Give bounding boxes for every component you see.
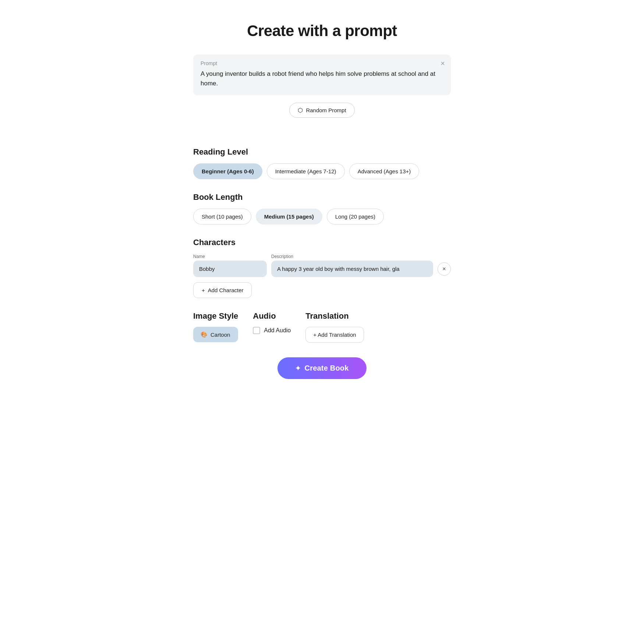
reading-level-title: Reading Level xyxy=(193,147,451,157)
random-prompt-button[interactable]: ⬡ Random Prompt xyxy=(289,103,354,118)
translation-col: Translation + Add Translation xyxy=(305,311,364,343)
book-length-options: Short (10 pages) Medium (15 pages) Long … xyxy=(193,209,451,224)
add-character-label: Add Character xyxy=(208,287,244,293)
audio-title: Audio xyxy=(253,311,291,321)
add-translation-button[interactable]: + Add Translation xyxy=(305,327,364,343)
character-desc-wrapper: Description xyxy=(271,254,433,277)
palette-icon: 🎨 xyxy=(201,331,208,338)
character-row: Name Description × xyxy=(193,254,451,277)
book-length-short[interactable]: Short (10 pages) xyxy=(193,209,251,224)
character-name-wrapper: Name xyxy=(193,254,267,277)
reading-level-beginner[interactable]: Beginner (Ages 0-6) xyxy=(193,163,262,179)
book-length-medium[interactable]: Medium (15 pages) xyxy=(256,209,322,224)
add-character-button[interactable]: + Add Character xyxy=(193,282,252,298)
prompt-text: A young inventor builds a robot friend w… xyxy=(201,69,443,88)
characters-section: Characters Name Description × + Add Char… xyxy=(193,238,451,298)
create-book-label: Create Book xyxy=(305,364,349,372)
add-character-plus: + xyxy=(202,287,205,293)
audio-checkbox[interactable] xyxy=(253,327,260,334)
image-style-cartoon-button[interactable]: 🎨 Cartoon xyxy=(193,327,238,342)
translation-title: Translation xyxy=(305,311,364,321)
main-container: Prompt A young inventor builds a robot f… xyxy=(193,54,451,379)
audio-col: Audio Add Audio xyxy=(253,311,291,334)
random-prompt-label: Random Prompt xyxy=(306,107,346,113)
prompt-box: Prompt A young inventor builds a robot f… xyxy=(193,54,451,95)
book-length-title: Book Length xyxy=(193,192,451,202)
character-desc-input[interactable] xyxy=(271,261,433,277)
book-length-long[interactable]: Long (20 pages) xyxy=(327,209,384,224)
create-book-button[interactable]: ✦ Create Book xyxy=(277,357,366,379)
bottom-options: Image Style 🎨 Cartoon Audio Add Audio Tr… xyxy=(193,311,451,343)
reading-level-intermediate[interactable]: Intermediate (Ages 7-12) xyxy=(267,163,345,179)
reading-level-options: Beginner (Ages 0-6) Intermediate (Ages 7… xyxy=(193,163,451,179)
character-remove-button[interactable]: × xyxy=(438,262,451,276)
page-title: Create with a prompt xyxy=(247,22,397,40)
dice-icon: ⬡ xyxy=(298,107,303,114)
cartoon-label: Cartoon xyxy=(210,332,230,338)
star-icon: ✦ xyxy=(295,364,301,372)
reading-level-advanced[interactable]: Advanced (Ages 13+) xyxy=(349,163,420,179)
image-style-col: Image Style 🎨 Cartoon xyxy=(193,311,238,342)
image-style-title: Image Style xyxy=(193,311,238,321)
character-name-input[interactable] xyxy=(193,261,267,277)
audio-checkbox-row: Add Audio xyxy=(253,327,291,334)
translation-label: + Add Translation xyxy=(313,332,356,338)
character-desc-label: Description xyxy=(271,254,433,259)
prompt-label: Prompt xyxy=(201,60,443,66)
prompt-close-button[interactable]: × xyxy=(440,60,445,67)
characters-title: Characters xyxy=(193,238,451,247)
book-length-section: Book Length Short (10 pages) Medium (15 … xyxy=(193,192,451,224)
audio-label: Add Audio xyxy=(264,327,291,334)
character-name-label: Name xyxy=(193,254,267,259)
reading-level-section: Reading Level Beginner (Ages 0-6) Interm… xyxy=(193,147,451,179)
